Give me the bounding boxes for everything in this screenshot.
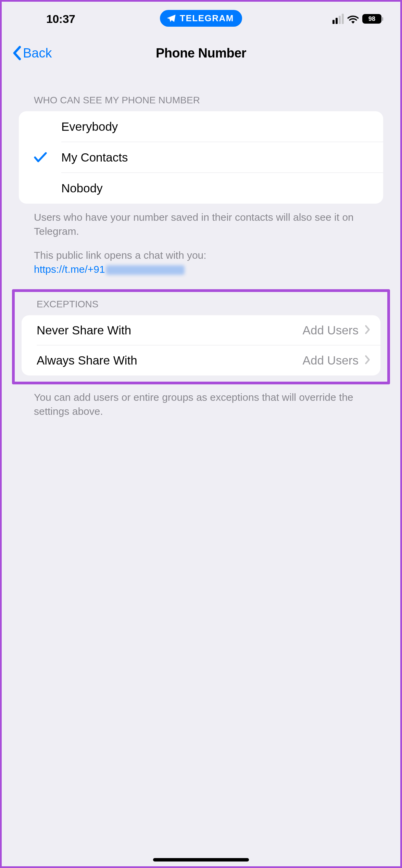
cellular-signal-icon (332, 14, 344, 24)
exception-value: Add Users (303, 323, 359, 337)
exception-value: Add Users (303, 354, 359, 367)
footer-text-2: This public link opens a chat with you: (34, 248, 368, 263)
battery-icon: 98 (362, 14, 383, 24)
visibility-options-card: Everybody My Contacts Nobody (19, 111, 383, 204)
option-everybody[interactable]: Everybody (19, 111, 383, 142)
back-label: Back (23, 46, 52, 61)
option-my-contacts[interactable]: My Contacts (19, 142, 383, 173)
battery-level: 98 (362, 14, 381, 24)
telegram-icon (166, 13, 176, 24)
page-title: Phone Number (156, 46, 246, 61)
checkmark-icon (34, 152, 61, 163)
redacted-number (106, 265, 185, 275)
option-label: Everybody (61, 111, 118, 142)
section-header-exceptions: Exceptions (22, 299, 380, 310)
nav-header: Back Phone Number (2, 36, 400, 70)
back-button[interactable]: Back (12, 46, 52, 61)
exception-label: Never Share With (37, 323, 303, 337)
home-indicator[interactable] (153, 858, 249, 861)
public-link[interactable]: https://t.me/+91 (34, 264, 105, 275)
chevron-right-icon (365, 355, 370, 366)
exception-label: Always Share With (37, 354, 303, 367)
section-footer-visibility: Users who have your number saved in thei… (19, 204, 383, 276)
status-time: 10:37 (46, 12, 75, 26)
exceptions-highlight: Exceptions Never Share With Add Users Al… (12, 289, 390, 384)
section-header-visibility: Who can see my phone number (19, 95, 383, 106)
section-footer-exceptions: You can add users or entire groups as ex… (19, 384, 383, 418)
chevron-right-icon (365, 325, 370, 336)
option-nobody[interactable]: Nobody (19, 173, 383, 204)
chevron-left-icon (12, 46, 22, 60)
status-bar: 10:37 TELEGRAM 98 (2, 2, 400, 36)
checkmark-icon (34, 182, 61, 194)
status-right: 98 (332, 14, 383, 24)
checkmark-icon (34, 121, 61, 132)
exception-always-share[interactable]: Always Share With Add Users (22, 345, 380, 375)
app-pill[interactable]: TELEGRAM (160, 10, 242, 27)
exception-never-share[interactable]: Never Share With Add Users (22, 315, 380, 345)
exceptions-card: Never Share With Add Users Always Share … (22, 315, 380, 375)
wifi-icon (347, 14, 359, 24)
option-label: My Contacts (61, 142, 128, 173)
option-label: Nobody (61, 173, 103, 204)
footer-text-1: Users who have your number saved in thei… (34, 210, 368, 238)
app-pill-label: TELEGRAM (180, 13, 234, 24)
